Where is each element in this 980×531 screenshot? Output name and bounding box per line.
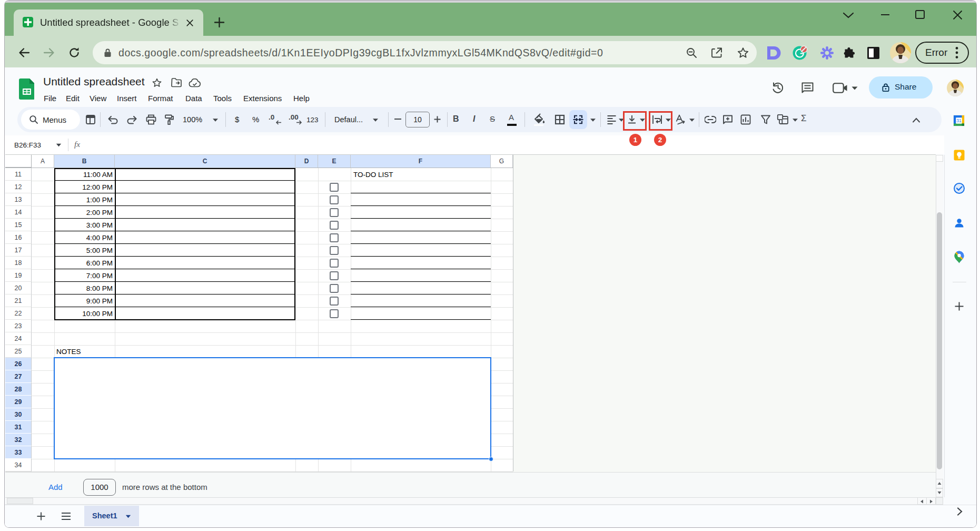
svg-text:31: 31 (956, 118, 962, 123)
